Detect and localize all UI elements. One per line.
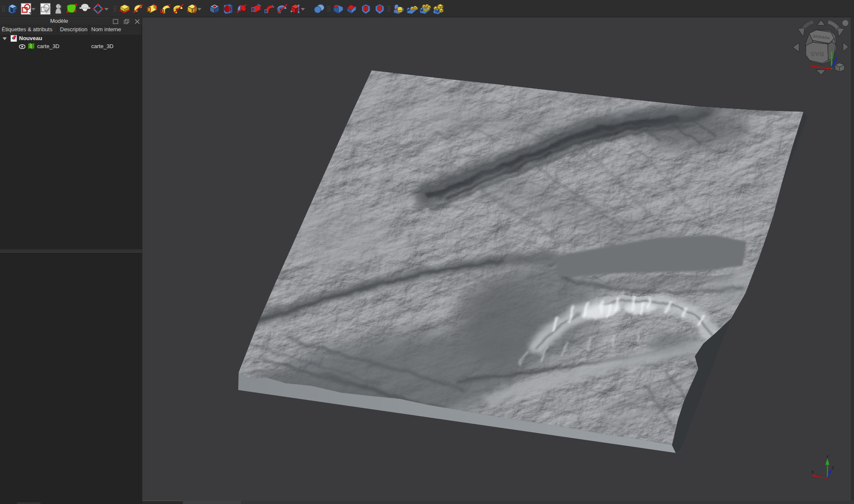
svg-text:BAS: BAS [810, 51, 824, 58]
svg-text:X: X [811, 470, 814, 474]
svg-text:Z: Z [832, 466, 834, 470]
svg-text:Y: Y [826, 455, 829, 459]
